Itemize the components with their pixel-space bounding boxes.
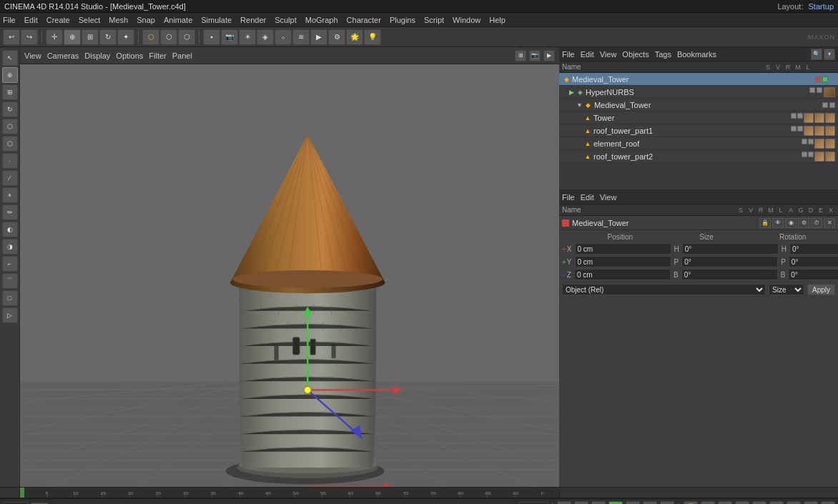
rotate-btn[interactable]: ↻ [99, 29, 117, 45]
tool-select[interactable]: ↖ [2, 50, 18, 66]
tool-sculpt2[interactable]: ◑ [2, 239, 18, 255]
anim-tool9[interactable]: ≡ [821, 501, 835, 505]
render-view-btn[interactable]: 💡 [364, 29, 381, 45]
goto-start-btn[interactable]: ⏮ [557, 501, 571, 505]
anim-tool5[interactable]: ⬡ [752, 501, 766, 505]
menu-plugins[interactable]: Plugins [390, 16, 415, 24]
attr-x-icon[interactable]: ✕ [824, 218, 835, 228]
anim-tool7[interactable]: ⬡ [787, 501, 801, 505]
menu-snap[interactable]: Snap [137, 16, 155, 24]
tool-poly[interactable]: ⬡ [2, 119, 18, 134]
obj-filter-icon[interactable]: ▾ [824, 49, 835, 60]
attr-render-icon[interactable]: ◉ [785, 218, 797, 228]
vp-expand-btn[interactable]: ⊞ [515, 50, 526, 61]
create-light-btn[interactable]: ☀ [239, 29, 256, 45]
render-settings-btn[interactable]: ⚙ [328, 29, 345, 45]
tool-point[interactable]: · [2, 153, 18, 169]
sel-poly-btn[interactable]: ⬡ [178, 29, 195, 45]
end-frame-input[interactable] [519, 502, 548, 505]
rot-h-input[interactable] [789, 243, 838, 255]
tool-sculpt[interactable]: ◐ [2, 222, 18, 237]
goto-end-btn[interactable]: ⏭ [643, 501, 657, 505]
obj-edit-menu[interactable]: Edit [581, 50, 594, 59]
pos-x-input[interactable] [575, 243, 671, 255]
vp-filter-menu[interactable]: Filter [149, 51, 166, 60]
create-render-btn[interactable]: ▶ [310, 29, 327, 45]
vp-render-btn[interactable]: ▶ [543, 50, 555, 61]
obj-row-hypernurbs[interactable]: ▶ ◈ HyperNURBS [559, 86, 838, 99]
tool-scale[interactable]: ⊞ [2, 84, 18, 100]
attr-lock-icon[interactable]: 🔒 [759, 218, 771, 228]
anim-tool3[interactable]: ? [718, 501, 732, 505]
create-material-btn[interactable]: ◈ [257, 29, 274, 45]
vp-view-menu[interactable]: View [24, 51, 41, 60]
sel-obj-btn[interactable]: ⬡ [142, 29, 159, 45]
obj-expand-hypernurbs[interactable]: ▶ [569, 89, 574, 96]
vp-panel-menu[interactable]: Panel [172, 51, 192, 60]
size-b-input[interactable] [681, 269, 778, 280]
coord-mode-select[interactable]: Object (Rel) [562, 284, 766, 295]
anim-tool1[interactable]: ⌛ [684, 501, 698, 505]
tool-edge[interactable]: ⬡ [2, 136, 18, 152]
obj-objects-menu[interactable]: Objects [622, 50, 649, 59]
cursor-btn[interactable]: ✛ [46, 29, 63, 45]
menu-create[interactable]: Create [46, 16, 70, 24]
menu-select[interactable]: Select [79, 16, 101, 24]
tool-magnet[interactable]: ⌖ [2, 187, 18, 203]
obj-expand-medieval-sub[interactable]: ▼ [576, 102, 583, 109]
scale-btn[interactable]: ⊞ [82, 29, 99, 45]
tool-light[interactable]: ▷ [2, 307, 18, 323]
obj-row-medieval-tower[interactable]: ◆ Medieval_Tower [559, 73, 838, 86]
attr-more-icon[interactable]: ⚙ [798, 218, 809, 228]
coord-size-select[interactable]: Size [769, 284, 804, 295]
tool-paint[interactable]: ✏ [2, 204, 18, 220]
anim-tool6[interactable]: ⬡ [769, 501, 784, 505]
apply-button[interactable]: Apply [807, 284, 835, 295]
size-h-input[interactable] [682, 243, 779, 255]
obj-tags-menu[interactable]: Tags [655, 50, 671, 59]
play-back-btn[interactable]: ◀ [591, 501, 606, 505]
vp-display-menu[interactable]: Display [84, 51, 110, 60]
tool-move[interactable]: ⊕ [2, 67, 18, 83]
menu-mograph[interactable]: MoGraph [305, 16, 338, 24]
rot-b-input[interactable] [788, 269, 838, 280]
menu-sculpt[interactable]: Sculpt [275, 16, 297, 24]
obj-bookmarks-menu[interactable]: Bookmarks [677, 50, 716, 59]
anim-tool2[interactable]: ⊞ [701, 501, 715, 505]
pos-z-input[interactable] [574, 269, 671, 280]
menu-edit[interactable]: Edit [24, 16, 38, 24]
create-camera-btn[interactable]: 📷 [221, 29, 238, 45]
anim-tool4[interactable]: ⚙ [735, 501, 749, 505]
viewport[interactable]: Perspective [20, 64, 559, 487]
obj-row-roof-part1[interactable]: ▲ roof_tower_part1 [559, 124, 838, 137]
render-to-pic-btn[interactable]: 🌟 [346, 29, 363, 45]
tool-spline[interactable]: ⌒ [2, 273, 18, 289]
attr-edit-menu[interactable]: Edit [581, 193, 594, 202]
attr-file-menu[interactable]: File [562, 193, 575, 202]
rot-p-input[interactable] [789, 256, 838, 267]
create-deform-btn[interactable]: ⬦ [275, 29, 292, 45]
tool-measure[interactable]: ⌐ [2, 256, 18, 272]
move-btn[interactable]: ⊕ [64, 29, 81, 45]
menu-render[interactable]: Render [240, 16, 266, 24]
size-p-input[interactable] [681, 256, 778, 267]
obj-file-menu[interactable]: File [562, 50, 575, 59]
obj-row-medieval-sub[interactable]: ▼ ◆ Medieval_Tower [559, 99, 838, 112]
obj-search-icon[interactable]: 🔍 [811, 49, 822, 60]
menu-animate[interactable]: Animate [164, 16, 192, 24]
attr-anim-icon[interactable]: ⏱ [811, 218, 822, 228]
create-spline-btn[interactable]: ≋ [292, 29, 310, 45]
next-frame-btn[interactable]: ▶ [626, 501, 640, 505]
play-fwd-btn[interactable]: ▶ [608, 501, 623, 505]
record-btn[interactable]: ⏺ [660, 501, 674, 505]
obj-view-menu[interactable]: View [600, 50, 617, 59]
create-cube-btn[interactable]: ▪ [203, 29, 220, 45]
obj-row-element-roof[interactable]: ▲ element_roof [559, 137, 838, 150]
attr-vis-icon[interactable]: 👁 [772, 218, 784, 228]
menu-help[interactable]: Help [489, 16, 506, 24]
tool-knife[interactable]: ∕ [2, 170, 18, 186]
vp-cameras-menu[interactable]: Cameras [47, 51, 79, 60]
tool-rotate[interactable]: ↻ [2, 102, 18, 117]
undo-btn[interactable]: ↩ [3, 29, 20, 45]
menu-simulate[interactable]: Simulate [201, 16, 232, 24]
